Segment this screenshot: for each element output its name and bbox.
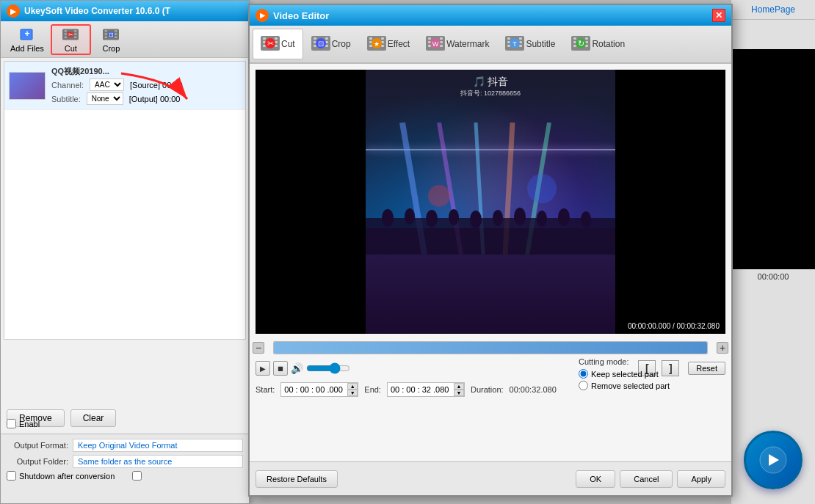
- editor-tabs: ✂ Cut ⊡ Crop: [250, 26, 731, 64]
- timeline-fill: [274, 342, 707, 354]
- play-icon: ▶: [260, 365, 266, 373]
- svg-rect-16: [115, 33, 117, 35]
- timeline-track[interactable]: [273, 341, 708, 354]
- svg-rect-51: [428, 45, 431, 47]
- subtitle-tab-icon: T: [505, 35, 523, 53]
- tab-crop[interactable]: ⊡ Crop: [303, 29, 359, 59]
- svg-point-87: [514, 208, 526, 225]
- svg-rect-25: [275, 37, 278, 40]
- tab-rotation[interactable]: ↻ Rotation: [563, 29, 633, 59]
- crop-tab-icon: ⊡: [311, 35, 329, 53]
- svg-rect-80: [366, 218, 615, 255]
- start-down-spinner[interactable]: ▼: [347, 390, 358, 396]
- cut-label: Cut: [65, 44, 77, 53]
- svg-rect-24: [263, 45, 266, 47]
- right-time-display: 00:00:00: [731, 269, 815, 284]
- svg-text:★: ★: [374, 40, 380, 48]
- zoom-out-button[interactable]: −: [253, 342, 264, 354]
- enable-checkbox[interactable]: [7, 419, 16, 428]
- cutting-mode-label: Cutting mode:: [579, 357, 725, 366]
- svg-rect-4: [65, 33, 67, 35]
- tab-cut[interactable]: ✂ Cut: [253, 29, 303, 59]
- subtitle-tab-label: Subtitle: [526, 39, 555, 49]
- volume-slider[interactable]: [306, 362, 350, 374]
- svg-rect-5: [65, 36, 67, 38]
- cut-tab-icon: ✂: [261, 35, 278, 53]
- start-up-spinner[interactable]: ▲: [347, 383, 358, 390]
- volume-icon: 🔊: [291, 362, 303, 374]
- svg-point-83: [426, 210, 438, 227]
- svg-point-82: [405, 208, 415, 224]
- cut-button[interactable]: ✂ Cut: [51, 24, 91, 55]
- play-button[interactable]: ▶: [256, 361, 270, 376]
- start-time-input[interactable]: [281, 384, 347, 395]
- svg-rect-72: [585, 45, 588, 47]
- svg-rect-43: [381, 37, 384, 40]
- keep-selected-option[interactable]: Keep selected part: [579, 369, 725, 379]
- output-format-value[interactable]: Keep Original Video Format: [73, 439, 243, 452]
- editor-actions: Restore Defaults OK Cancel Apply: [250, 461, 731, 495]
- svg-rect-61: [519, 37, 522, 40]
- editor-dialog: ▶ Video Editor ✕ ✂ Cut: [248, 4, 733, 497]
- svg-rect-63: [519, 45, 522, 47]
- end-up-spinner[interactable]: ▲: [454, 383, 464, 390]
- cancel-button[interactable]: Cancel: [620, 470, 673, 488]
- svg-rect-8: [74, 36, 76, 38]
- crop-tab-label: Crop: [332, 39, 351, 49]
- svg-rect-52: [440, 37, 443, 40]
- end-input-group: ▲ ▼: [387, 382, 465, 397]
- file-thumbnail: [9, 72, 46, 100]
- svg-rect-13: [105, 33, 107, 35]
- preview-checkbox[interactable]: [132, 471, 142, 481]
- end-time-input[interactable]: [388, 384, 454, 395]
- apply-button[interactable]: Apply: [677, 470, 725, 488]
- end-down-spinner[interactable]: ▼: [454, 390, 464, 396]
- svg-rect-70: [585, 37, 588, 40]
- remove-radio[interactable]: [579, 381, 588, 390]
- shutdown-label: Shutdown after conversion: [19, 472, 115, 481]
- homepage-button[interactable]: HomePage: [731, 0, 815, 20]
- svg-rect-7: [74, 33, 76, 35]
- start-label: Start:: [256, 385, 275, 394]
- svg-point-85: [470, 211, 482, 228]
- svg-point-91: [428, 185, 450, 207]
- pause-button[interactable]: ⏹: [273, 361, 288, 376]
- svg-rect-15: [115, 30, 117, 32]
- crop-button[interactable]: ⊡ Crop: [91, 24, 131, 55]
- main-title: UkeySoft Video Converter 10.6.0 (T: [24, 6, 170, 16]
- output-folder-value[interactable]: Same folder as the source: [73, 455, 243, 468]
- svg-rect-58: [507, 37, 510, 40]
- right-sidebar: HomePage 00:00:00: [731, 0, 815, 504]
- svg-rect-22: [263, 37, 266, 40]
- convert-button[interactable]: [744, 431, 803, 489]
- end-label: End:: [364, 385, 381, 394]
- svg-rect-27: [275, 45, 278, 47]
- close-button[interactable]: ✕: [712, 9, 725, 22]
- svg-point-84: [449, 209, 459, 225]
- timestamp-overlay: 00:00:00.000 / 00:00:32.080: [625, 321, 722, 331]
- watermark-tab-label: Watermark: [446, 39, 489, 49]
- start-spinners: ▲ ▼: [347, 383, 358, 396]
- shutdown-checkbox[interactable]: [7, 471, 16, 481]
- shutdown-row: Shutdown after conversion: [7, 471, 243, 481]
- ok-button[interactable]: OK: [576, 470, 615, 488]
- keep-radio[interactable]: [579, 369, 588, 379]
- annotation-arrow: [114, 66, 202, 112]
- tab-watermark[interactable]: W Watermark: [418, 29, 497, 59]
- zoom-in-button[interactable]: +: [717, 342, 728, 354]
- svg-text:T: T: [513, 40, 518, 48]
- svg-rect-40: [369, 37, 372, 40]
- svg-rect-14: [105, 36, 107, 38]
- remove-selected-option[interactable]: Remove selected part: [579, 381, 725, 390]
- watermark-tab-icon: W: [426, 35, 443, 53]
- tab-subtitle[interactable]: T Subtitle: [497, 29, 563, 59]
- svg-point-81: [382, 209, 394, 227]
- svg-rect-3: [65, 30, 67, 32]
- output-section: Output Format: Keep Original Video Forma…: [1, 434, 249, 503]
- editor-logo: ▶: [256, 9, 269, 22]
- add-files-button[interactable]: + Add Files: [4, 24, 51, 55]
- tab-effect[interactable]: ★ Effect: [359, 29, 418, 59]
- start-input-group: ▲ ▼: [280, 382, 358, 397]
- main-titlebar: ▶ UkeySoft Video Converter 10.6.0 (T: [1, 1, 249, 21]
- restore-defaults-button[interactable]: Restore Defaults: [256, 470, 338, 488]
